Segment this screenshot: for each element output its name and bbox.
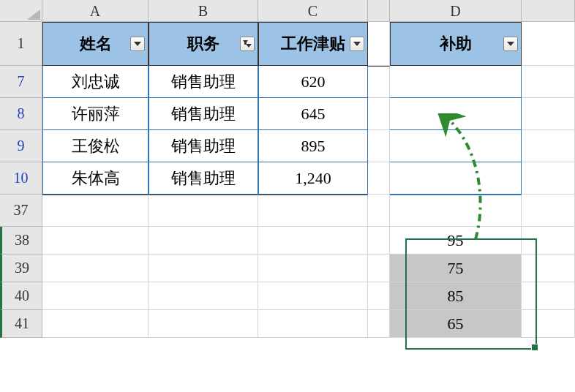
cell-A7[interactable]: 刘忠诚 xyxy=(42,66,149,98)
row-header-38[interactable]: 38 xyxy=(0,227,42,255)
cell-D38[interactable]: 95 xyxy=(390,227,522,255)
blank-cell[interactable] xyxy=(522,66,575,98)
row-header-1[interactable]: 1 xyxy=(0,22,42,66)
row-header-9[interactable]: 9 xyxy=(0,130,42,162)
gap-cell xyxy=(368,195,390,227)
th-subsidy-label: 补助 xyxy=(397,33,515,55)
th-name-label: 姓名 xyxy=(49,33,142,55)
gap-cell xyxy=(368,22,390,66)
col-header-B[interactable]: B xyxy=(149,0,258,22)
blank-cell[interactable] xyxy=(522,195,575,227)
gap-cell xyxy=(368,227,390,255)
cell-B7[interactable]: 销售助理 xyxy=(149,66,258,98)
cell-D10[interactable] xyxy=(390,162,522,195)
cell-D9[interactable] xyxy=(390,130,522,162)
cell-D8[interactable] xyxy=(390,98,522,130)
row-header-37[interactable]: 37 xyxy=(0,195,42,227)
cell-A10[interactable]: 朱体高 xyxy=(42,162,149,195)
row-header-40[interactable]: 40 xyxy=(0,282,42,310)
cell-C38[interactable] xyxy=(258,227,368,255)
cell-C41[interactable] xyxy=(258,310,368,338)
cell-A8[interactable]: 许丽萍 xyxy=(42,98,149,130)
cell-C37[interactable] xyxy=(258,195,368,227)
cell-A40[interactable] xyxy=(42,282,149,310)
blank-cell[interactable] xyxy=(522,98,575,130)
th-allowance[interactable]: 工作津贴 xyxy=(258,22,368,66)
row-header-10[interactable]: 10 xyxy=(0,162,42,195)
gap-cell xyxy=(368,162,390,195)
blank-cell[interactable] xyxy=(522,227,575,255)
col-header-C[interactable]: C xyxy=(258,0,368,22)
blank-cell[interactable] xyxy=(522,130,575,162)
col-gap xyxy=(368,0,390,22)
cell-C9[interactable]: 895 xyxy=(258,130,368,162)
cell-B37[interactable] xyxy=(149,195,258,227)
cell-D37[interactable] xyxy=(390,195,522,227)
blank-cell[interactable] xyxy=(522,282,575,310)
gap-cell xyxy=(368,130,390,162)
blank-cell[interactable] xyxy=(522,255,575,282)
cell-A37[interactable] xyxy=(42,195,149,227)
filter-button-allowance[interactable] xyxy=(350,37,364,51)
th-subsidy[interactable]: 补助 xyxy=(390,22,522,66)
select-all-corner[interactable] xyxy=(0,0,42,22)
cell-B9[interactable]: 销售助理 xyxy=(149,130,258,162)
cell-B39[interactable] xyxy=(149,255,258,282)
col-header-D[interactable]: D xyxy=(390,0,522,22)
spreadsheet-grid[interactable]: A B C D 1 姓名 职务 工作津贴 补助 7 刘忠诚 销售助理 620 8… xyxy=(0,0,575,338)
cell-B8[interactable]: 销售助理 xyxy=(149,98,258,130)
row-header-8[interactable]: 8 xyxy=(0,98,42,130)
cell-D39[interactable]: 75 xyxy=(390,255,522,282)
cell-A9[interactable]: 王俊松 xyxy=(42,130,149,162)
filter-button-position[interactable] xyxy=(240,37,255,51)
th-position[interactable]: 职务 xyxy=(149,22,258,66)
th-position-label: 职务 xyxy=(155,33,252,55)
blank-cell[interactable] xyxy=(522,162,575,195)
filter-button-name[interactable] xyxy=(130,37,145,51)
cell-A41[interactable] xyxy=(42,310,149,338)
cell-B10[interactable]: 销售助理 xyxy=(149,162,258,195)
cell-D40[interactable]: 85 xyxy=(390,282,522,310)
cell-D7[interactable] xyxy=(390,66,522,98)
row-header-7[interactable]: 7 xyxy=(0,66,42,98)
row-header-39[interactable]: 39 xyxy=(0,255,42,282)
gap-cell xyxy=(368,310,390,338)
gap-cell xyxy=(368,282,390,310)
cell-B40[interactable] xyxy=(149,282,258,310)
gap-cell xyxy=(368,98,390,130)
filter-button-subsidy[interactable] xyxy=(503,37,518,51)
cell-C7[interactable]: 620 xyxy=(258,66,368,98)
blank-cell[interactable] xyxy=(522,310,575,338)
cell-A39[interactable] xyxy=(42,255,149,282)
cell-B41[interactable] xyxy=(149,310,258,338)
gap-cell xyxy=(368,255,390,282)
row-header-41[interactable]: 41 xyxy=(0,310,42,338)
th-allowance-label: 工作津贴 xyxy=(265,33,361,55)
blank-cell[interactable] xyxy=(522,22,575,66)
th-name[interactable]: 姓名 xyxy=(42,22,149,66)
cell-C40[interactable] xyxy=(258,282,368,310)
cell-A38[interactable] xyxy=(42,227,149,255)
cell-C8[interactable]: 645 xyxy=(258,98,368,130)
col-header-A[interactable]: A xyxy=(42,0,149,22)
cell-D41[interactable]: 65 xyxy=(390,310,522,338)
cell-B38[interactable] xyxy=(149,227,258,255)
cell-C39[interactable] xyxy=(258,255,368,282)
gap-cell xyxy=(368,66,390,98)
cell-C10[interactable]: 1,240 xyxy=(258,162,368,195)
col-header-blank[interactable] xyxy=(522,0,575,22)
